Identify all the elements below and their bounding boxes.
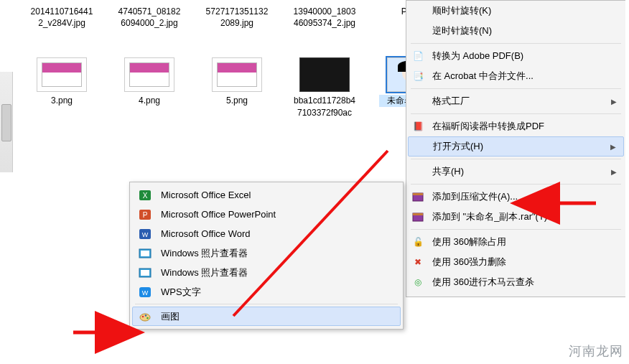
file-item[interactable]: bba1cd11728b47103372f90ac xyxy=(292,57,358,118)
excel-icon: X xyxy=(138,188,152,202)
wps-icon: W xyxy=(138,285,152,299)
ctx-label: 添加到 "未命名_副本.rar"(T) xyxy=(432,210,617,223)
openwith-label: Microsoft Office Word xyxy=(161,228,251,239)
svg-text:W: W xyxy=(142,231,149,238)
svg-point-19 xyxy=(146,317,149,319)
ctx-open-with[interactable]: 打开方式(H) ▶ xyxy=(408,136,624,157)
ctx-add-archive[interactable]: 添加到压缩文件(A)... xyxy=(408,187,624,207)
blank-icon xyxy=(411,24,425,38)
file-thumb xyxy=(124,57,174,92)
ctx-label: 打开方式(H) xyxy=(433,140,603,153)
separator xyxy=(411,184,621,185)
separator xyxy=(411,229,621,230)
photo-viewer-icon xyxy=(138,246,152,261)
ctx-label: 格式工厂 xyxy=(432,95,604,108)
svg-text:X: X xyxy=(143,192,148,200)
separator xyxy=(411,88,621,89)
svg-point-16 xyxy=(140,314,150,321)
openwith-label: WPS文字 xyxy=(161,286,201,299)
photo-viewer-icon xyxy=(138,266,152,280)
blank-icon xyxy=(411,139,426,154)
ctx-label: 添加到压缩文件(A)... xyxy=(432,190,617,203)
file-thumb xyxy=(299,57,350,92)
ctx-acrobat-merge[interactable]: 📑 在 Acrobat 中合并文件... xyxy=(408,66,624,86)
ctx-label: 使用 360解除占用 xyxy=(432,235,617,248)
file-item[interactable]: 20141107164412_v284V.jpg xyxy=(29,3,95,29)
360-delete-icon: ✖ xyxy=(411,255,425,269)
pdf-icon: 📄 xyxy=(411,49,425,63)
winrar-icon xyxy=(411,190,425,204)
open-with-submenu: X Microsoft Office Excel P Microsoft Off… xyxy=(129,182,404,330)
openwith-paint[interactable]: 画图 xyxy=(132,307,401,326)
svg-rect-13 xyxy=(141,270,149,276)
file-label: 20141107164412_v284V.jpg xyxy=(29,6,95,29)
ctx-label: 顺时针旋转(K) xyxy=(432,4,617,17)
openwith-label: 画图 xyxy=(161,310,180,323)
svg-rect-3 xyxy=(413,213,423,215)
winrar-icon xyxy=(411,210,425,224)
ctx-share[interactable]: 共享(H) ▶ xyxy=(408,162,624,182)
ctx-add-named-rar[interactable]: 添加到 "未命名_副本.rar"(T) xyxy=(408,207,624,227)
svg-text:P: P xyxy=(143,211,148,219)
ctx-format-factory[interactable]: 格式工厂 ▶ xyxy=(408,91,624,111)
ctx-foxit-pdf[interactable]: 📕 在福昕阅读器中转换成PDF xyxy=(408,116,624,136)
paint-icon xyxy=(138,309,152,324)
svg-rect-1 xyxy=(413,193,423,195)
openwith-label: Windows 照片查看器 xyxy=(161,266,248,279)
blank-icon xyxy=(411,164,425,179)
ctx-to-adobe-pdf[interactable]: 📄 转换为 Adobe PDF(B) xyxy=(408,46,624,66)
ctx-label: 在 Acrobat 中合并文件... xyxy=(432,70,617,83)
file-item[interactable]: 13940000_180346095374_2.jpg xyxy=(292,3,358,29)
ctx-label: 使用 360进行木马云查杀 xyxy=(432,276,617,289)
openwith-excel[interactable]: X Microsoft Office Excel xyxy=(132,185,401,205)
ctx-label: 转换为 Adobe PDF(B) xyxy=(432,50,617,62)
watermark: 河南龙网 xyxy=(569,342,623,360)
powerpoint-icon: P xyxy=(138,207,152,222)
separator xyxy=(135,304,398,304)
foxit-icon: 📕 xyxy=(411,119,425,134)
chevron-right-icon: ▶ xyxy=(611,168,617,176)
merge-icon: 📑 xyxy=(411,69,425,83)
svg-text:W: W xyxy=(142,289,149,297)
file-label: 3.png xyxy=(29,95,95,106)
blank-icon xyxy=(411,4,425,18)
ctx-label: 使用 360强力删除 xyxy=(432,256,617,269)
separator xyxy=(411,43,621,44)
ctx-360-force-delete[interactable]: ✖ 使用 360强力删除 xyxy=(408,252,624,272)
file-item[interactable]: 3.png xyxy=(29,57,95,118)
openwith-label: Windows 照片查看器 xyxy=(161,247,248,260)
openwith-wps[interactable]: W WPS文字 xyxy=(132,282,401,302)
openwith-photo-viewer[interactable]: Windows 照片查看器 xyxy=(132,243,401,263)
openwith-word[interactable]: W Microsoft Office Word xyxy=(132,224,401,243)
360-unlock-icon: 🔓 xyxy=(411,235,425,249)
openwith-label: Microsoft Office Excel xyxy=(161,190,251,200)
svg-point-18 xyxy=(145,314,147,317)
openwith-photo-viewer[interactable]: Windows 照片查看器 xyxy=(132,263,401,282)
ctx-rotate-ccw[interactable]: 逆时针旋转(N) xyxy=(408,21,624,41)
ctx-360-unlock[interactable]: 🔓 使用 360解除占用 xyxy=(408,232,624,252)
file-label: 4740571_081826094000_2.jpg xyxy=(116,6,182,29)
ctx-label: 共享(H) xyxy=(432,165,604,178)
openwith-powerpoint[interactable]: P Microsoft Office PowerPoint xyxy=(132,205,401,224)
ctx-rotate-cw[interactable]: 顺时针旋转(K) xyxy=(408,1,624,21)
context-menu: 顺时针旋转(K) 逆时针旋转(N) 📄 转换为 Adobe PDF(B) 📑 在… xyxy=(406,0,625,297)
file-item[interactable]: 4740571_081826094000_2.jpg xyxy=(116,3,182,29)
360-scan-icon: ◎ xyxy=(411,275,425,289)
chevron-right-icon: ▶ xyxy=(610,143,616,151)
separator xyxy=(411,113,621,114)
file-thumb xyxy=(37,57,87,92)
ctx-label: 在福昕阅读器中转换成PDF xyxy=(432,120,617,133)
separator xyxy=(411,159,621,159)
file-item[interactable]: 5.png xyxy=(204,57,270,118)
openwith-label: Microsoft Office PowerPoint xyxy=(161,209,276,220)
file-label: 13940000_180346095374_2.jpg xyxy=(292,6,358,29)
blank-icon xyxy=(411,94,425,108)
file-thumb xyxy=(212,57,262,92)
file-label: bba1cd11728b47103372f90ac xyxy=(292,95,358,118)
chevron-right-icon: ▶ xyxy=(611,98,617,106)
svg-rect-11 xyxy=(141,251,149,256)
file-item[interactable]: 4.png xyxy=(116,57,182,118)
ctx-label: 逆时针旋转(N) xyxy=(432,24,617,37)
file-item[interactable]: 57271713511322089.jpg xyxy=(204,3,270,29)
ctx-360-scan[interactable]: ◎ 使用 360进行木马云查杀 xyxy=(408,272,624,292)
